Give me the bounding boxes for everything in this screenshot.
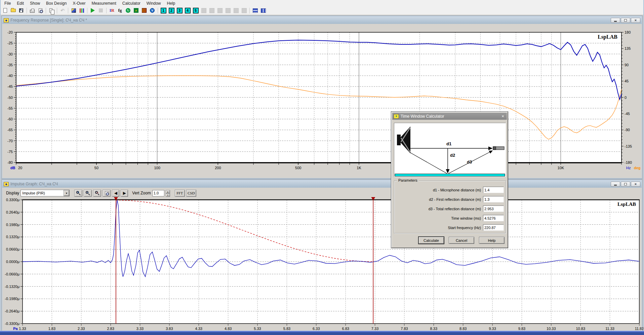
tile-horizontal-button[interactable] — [251, 7, 259, 14]
speaker-mic-diagram: d1 d2 d3 — [394, 123, 506, 177]
frequency-response-titlebar[interactable]: ◆ Frequency Response [Single]: СЧ_на СЧ … — [2, 16, 642, 24]
copy-button[interactable] — [48, 7, 55, 14]
prev-marker-button[interactable]: ◀ — [112, 190, 119, 197]
levels-button[interactable] — [78, 7, 85, 14]
new-file-button[interactable] — [1, 7, 9, 14]
save-button[interactable] — [17, 7, 25, 14]
vert-zoom-label: Vert Zoom — [132, 191, 151, 195]
tile-vertical-button[interactable] — [259, 7, 267, 14]
print-button[interactable] — [29, 7, 36, 14]
spectrum-button[interactable] — [140, 7, 148, 14]
window-icon: ◆ — [4, 18, 9, 23]
overlay-4-button[interactable]: 4 — [184, 7, 191, 14]
impulse-response-button[interactable]: IR — [108, 7, 116, 14]
tile-horizontal-icon — [253, 8, 258, 13]
overlay-1-button[interactable]: 1 — [160, 7, 167, 14]
menu-x-over[interactable]: X-Over — [70, 0, 88, 6]
zoom-select-button[interactable] — [103, 190, 111, 197]
impulse-graph-titlebar[interactable]: ◆ Impulse Graph: СЧ_на СЧ × — [2, 180, 642, 188]
zoom-drag-button[interactable]: ↔ — [93, 190, 101, 197]
svg-text:Hz: Hz — [626, 166, 631, 170]
d2-input[interactable] — [483, 196, 504, 202]
next-marker-button[interactable]: ▶ — [121, 190, 128, 197]
menu-calculator[interactable]: Calculator — [119, 0, 144, 6]
minimize-button[interactable] — [611, 18, 620, 23]
overlay-3-button[interactable]: 3 — [176, 7, 183, 14]
restore-button[interactable] — [621, 18, 630, 23]
display-select[interactable]: Impulse (PIR) ▼ — [21, 190, 70, 196]
svg-text:5.83: 5.83 — [283, 327, 290, 331]
menu-help[interactable]: Help — [164, 0, 178, 6]
zoom-out-button[interactable]: − — [84, 190, 92, 197]
parameters-group-label: Parameters — [397, 178, 419, 182]
spl-meter-button[interactable]: Λ — [132, 7, 140, 14]
time-window-input[interactable] — [483, 215, 504, 221]
signal-generator-button[interactable]: fg — [116, 7, 124, 14]
help-button[interactable]: Help — [479, 237, 505, 244]
play-measurement-button[interactable] — [89, 7, 96, 14]
svg-text:50: 50 — [94, 166, 98, 170]
menu-show[interactable]: Show — [27, 0, 43, 6]
svg-text:9.83: 9.83 — [518, 327, 525, 331]
svg-text:500: 500 — [295, 166, 301, 170]
volume-button[interactable]: V — [149, 7, 156, 14]
save-icon — [19, 8, 23, 12]
calculate-button[interactable]: Calculate — [418, 237, 444, 244]
svg-text:-0.2640μ: -0.2640μ — [5, 309, 19, 313]
overlay-2-button[interactable]: 2 — [168, 7, 175, 14]
d3-input[interactable] — [483, 206, 504, 212]
menu-window[interactable]: Window — [144, 0, 164, 6]
overlay-empty-button — [240, 7, 248, 14]
svg-text:11.33: 11.33 — [605, 327, 614, 331]
close-button[interactable]: × — [631, 18, 640, 23]
chevron-down-icon[interactable]: ▼ — [64, 190, 69, 196]
measurement-diagram: d1 d2 d3 — [394, 123, 506, 177]
svg-text:1K: 1K — [357, 166, 361, 170]
open-file-button[interactable] — [9, 7, 17, 14]
menu-edit[interactable]: Edit — [14, 0, 27, 6]
spin-down-icon[interactable]: ▼ — [166, 193, 170, 197]
svg-text:-180: -180 — [625, 160, 632, 164]
d1-input[interactable] — [483, 187, 504, 193]
rta-button[interactable]: ↻ — [124, 7, 132, 14]
toolbar-separator — [158, 8, 158, 13]
menu-box-design[interactable]: Box Design — [43, 0, 70, 6]
dialog-titlebar[interactable]: ¥ Time Window Calculator × — [392, 113, 507, 120]
fft-button[interactable]: FFT — [175, 190, 185, 197]
menu-file[interactable]: File — [1, 0, 14, 6]
svg-text:1.83: 1.83 — [48, 327, 55, 331]
restore-button[interactable] — [621, 182, 630, 187]
toolbar-separator — [249, 8, 250, 13]
zoom-in-button[interactable]: + — [74, 190, 82, 197]
svg-text:90: 90 — [625, 63, 629, 67]
vert-zoom-input[interactable] — [152, 190, 164, 196]
svg-text:8.83: 8.83 — [459, 327, 467, 331]
csd-button[interactable]: CSD — [186, 190, 196, 197]
spin-up-icon[interactable]: ▲ — [166, 190, 170, 193]
svg-text:135: 135 — [625, 46, 631, 50]
svg-text:11.83: 11.83 — [635, 327, 644, 331]
tools-button[interactable] — [70, 7, 77, 14]
overlay-5-button[interactable]: 5 — [192, 7, 199, 14]
svg-text:LspLAB: LspLAB — [617, 201, 636, 207]
svg-text:7.83: 7.83 — [401, 327, 408, 331]
window-icon: ◆ — [4, 182, 9, 186]
close-icon[interactable]: × — [500, 114, 506, 119]
vert-zoom-stepper[interactable]: ▲▼ — [166, 190, 170, 196]
cancel-button[interactable]: Cancel — [449, 237, 474, 244]
svg-text:1.33: 1.33 — [19, 327, 26, 331]
start-frequency-input[interactable] — [483, 224, 504, 231]
open-file-icon — [11, 9, 16, 12]
signal-generator-icon: fg — [118, 8, 122, 13]
toolbar-separator — [57, 8, 57, 13]
window-title: Impulse Graph: СЧ_на СЧ — [10, 182, 609, 186]
toolbar-separator — [46, 8, 46, 13]
undo-button: ↶ — [59, 7, 66, 14]
minimize-button[interactable] — [611, 182, 620, 187]
close-button[interactable]: × — [631, 182, 640, 187]
start-frequency-field-label: Start frequency (Hz) — [448, 226, 481, 230]
menu-measurement[interactable]: Measurement — [88, 0, 119, 6]
print-preview-button[interactable] — [37, 7, 44, 14]
impulse-response-icon: IR — [110, 8, 114, 13]
window-title: Frequency Response [Single]: СЧ_на СЧ * — [10, 18, 609, 23]
